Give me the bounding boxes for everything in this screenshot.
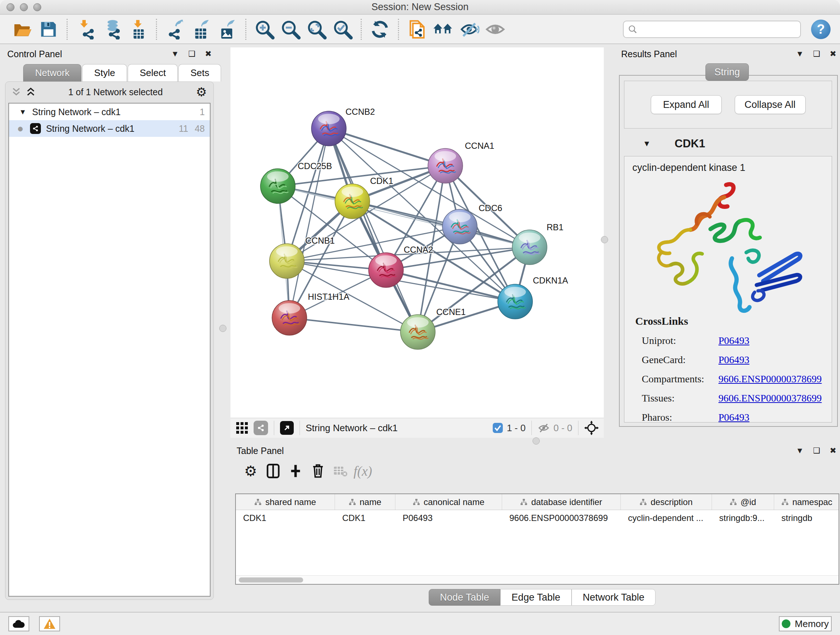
zoom-out-icon <box>280 19 301 40</box>
table-options-button[interactable]: ⚙ <box>240 461 262 481</box>
tab-network-table[interactable]: Network Table <box>572 589 656 606</box>
zoom-out-button[interactable] <box>280 18 301 41</box>
gene-expander-icon[interactable]: ▼ <box>643 139 651 149</box>
column-header-7[interactable]: namespac <box>774 494 839 510</box>
network-row-selected[interactable]: ● String Network – cdk1 11 48 <box>9 120 210 137</box>
panel-menu-button[interactable]: ▼ <box>171 50 179 58</box>
search-input[interactable] <box>641 24 796 35</box>
network-node-CDKN1A[interactable]: CDKN1A <box>498 276 568 319</box>
collection-expander-icon[interactable]: ▼ <box>19 108 27 116</box>
network-node-CCNB1[interactable]: CCNB1 <box>270 236 335 279</box>
node-label-RB1: RB1 <box>546 222 564 232</box>
table-cell[interactable]: CDK1 <box>335 510 395 526</box>
scrollbar-thumb[interactable] <box>239 578 303 583</box>
zoom-fit-button[interactable] <box>306 18 327 41</box>
network-collection-row[interactable]: ▼ String Network – cdk1 1 <box>9 103 210 120</box>
crosslink-uniprot[interactable]: P06493 <box>718 335 750 347</box>
tab-node-table[interactable]: Node Table <box>429 589 500 606</box>
import-network-file-button[interactable] <box>75 18 96 41</box>
cloud-status-button[interactable] <box>8 616 29 631</box>
grid-view-icon[interactable] <box>235 421 248 434</box>
collapse-all-button[interactable]: Collapse All <box>735 95 806 114</box>
control-panel-tabs: Network Style Select Sets <box>23 64 215 81</box>
tab-style[interactable]: Style <box>82 64 127 81</box>
zoom-selected-icon <box>332 19 353 40</box>
table-cell[interactable]: cyclin-dependent ... <box>621 510 712 526</box>
string-home-button[interactable] <box>433 18 454 41</box>
right-splitter-handle[interactable] <box>601 236 608 243</box>
refresh-layout-button[interactable] <box>369 18 390 41</box>
table-cell[interactable]: CDK1 <box>236 510 335 526</box>
save-session-button[interactable] <box>38 18 59 41</box>
panel-float-button[interactable]: ❑ <box>188 50 196 58</box>
collapse-all-icon[interactable] <box>12 87 21 97</box>
function-builder-button[interactable]: f(x) <box>352 461 374 481</box>
crosslink-pharos[interactable]: P06493 <box>718 412 750 423</box>
open-in-new-window-button[interactable] <box>280 421 294 435</box>
delete-column-button[interactable] <box>307 461 329 481</box>
tab-edge-table[interactable]: Edge Table <box>500 589 572 606</box>
show-graphics-details-button[interactable] <box>485 18 506 41</box>
show-columns-button[interactable] <box>262 461 284 481</box>
panel-close-button[interactable]: ✖ <box>830 50 836 58</box>
tab-select[interactable]: Select <box>128 64 178 81</box>
expand-all-icon[interactable] <box>27 87 35 97</box>
network-node-HIST1H1A[interactable]: HIST1H1A <box>272 292 349 335</box>
fit-selected-crosshair-icon[interactable] <box>584 421 599 435</box>
memory-button[interactable]: Memory <box>779 616 832 631</box>
column-header-label: @id <box>741 497 756 507</box>
open-session-button[interactable] <box>12 18 33 41</box>
panel-menu-button[interactable]: ▼ <box>796 50 804 58</box>
column-header-3[interactable]: canonical name <box>395 494 502 510</box>
column-header-4[interactable]: database identifier <box>502 494 621 510</box>
table-cell[interactable]: 9606.ENSP00000378699 <box>502 510 621 526</box>
table-cell[interactable]: P06493 <box>395 510 502 526</box>
export-image-button[interactable] <box>217 18 238 41</box>
crosslink-compartments[interactable]: 9606.ENSP00000378699 <box>718 373 821 385</box>
crosslink-genecard[interactable]: P06493 <box>718 354 750 366</box>
panel-menu-button[interactable]: ▼ <box>796 447 804 455</box>
help-button[interactable]: ? <box>811 19 831 39</box>
gene-section-header[interactable]: ▼ CDK1 <box>624 133 832 155</box>
table-data-row[interactable]: CDK1CDK1P064939606.ENSP00000378699cyclin… <box>236 510 838 526</box>
string-style-button[interactable] <box>254 421 268 435</box>
network-graph-canvas[interactable]: CCNB2CCNA1CDC25BCDK1CDC6RB1CCNB1CCNA2CDK… <box>231 48 604 418</box>
left-splitter-handle[interactable] <box>219 325 226 332</box>
delete-table-button[interactable] <box>329 461 352 481</box>
panel-close-button[interactable]: ✖ <box>830 447 836 455</box>
tab-string[interactable]: String <box>706 63 749 81</box>
crosslink-label: Tissues: <box>642 393 718 404</box>
zoom-in-button[interactable] <box>254 18 275 41</box>
selected-checkbox-icon[interactable] <box>493 423 503 433</box>
zoom-selected-button[interactable] <box>332 18 353 41</box>
show-hide-results-button[interactable] <box>459 18 480 41</box>
network-options-gear-icon[interactable]: ⚙ <box>196 85 207 99</box>
table-cell[interactable]: stringdb <box>774 510 839 526</box>
panel-float-button[interactable]: ❑ <box>813 50 821 58</box>
open-folder-icon <box>12 19 33 40</box>
network-node-CCNA1[interactable]: CCNA1 <box>428 141 494 183</box>
table-cell[interactable]: stringdb:9... <box>712 510 774 526</box>
import-network-database-button[interactable] <box>101 18 122 41</box>
add-column-button[interactable] <box>284 461 307 481</box>
column-header-1[interactable]: shared name <box>236 494 335 510</box>
column-header-2[interactable]: name <box>335 494 395 510</box>
search-field-container <box>623 21 801 38</box>
bottom-splitter-handle[interactable] <box>532 437 540 445</box>
expand-all-button[interactable]: Expand All <box>651 95 722 114</box>
network-node-CDC25B[interactable]: CDC25B <box>261 161 332 203</box>
column-header-5[interactable]: description <box>621 494 712 510</box>
export-network-button[interactable] <box>164 18 186 41</box>
tab-network[interactable]: Network <box>23 64 81 81</box>
network-node-RB1[interactable]: RB1 <box>512 222 564 264</box>
clone-network-button[interactable] <box>407 18 428 41</box>
crosslink-tissues[interactable]: 9606.ENSP00000378699 <box>718 393 821 404</box>
export-table-button[interactable] <box>191 18 212 41</box>
export-network-icon <box>165 19 185 40</box>
import-table-button[interactable] <box>127 18 148 41</box>
column-header-6[interactable]: @id <box>712 494 774 510</box>
warnings-button[interactable] <box>39 616 60 631</box>
panel-float-button[interactable]: ❑ <box>813 447 821 455</box>
tab-sets[interactable]: Sets <box>178 64 221 81</box>
panel-close-button[interactable]: ✖ <box>205 50 212 58</box>
